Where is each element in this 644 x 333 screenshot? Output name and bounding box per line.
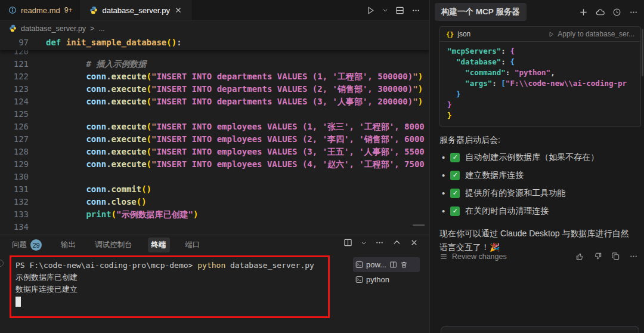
code-token: } — [447, 111, 452, 120]
terminal-icon — [355, 276, 363, 283]
more-actions-icon[interactable] — [375, 238, 384, 247]
code-line[interactable]: 127 conn.execute("INSERT INTO employees … — [0, 133, 429, 146]
list-icon — [439, 252, 448, 261]
code-token: . — [106, 147, 111, 156]
code-token: "示例数据库已创建" — [116, 209, 193, 219]
code-token — [447, 57, 456, 66]
panel-tab[interactable]: 问题29 — [8, 237, 45, 253]
code-token: def — [46, 38, 66, 47]
line-content: conn.execute("INSERT INTO employees VALU… — [46, 159, 425, 169]
breadcrumb-more[interactable]: ... — [98, 24, 104, 33]
vscode-window: readme.md 9+ database_server.py — [0, 0, 644, 333]
chat-section-heading: 服务器启动后会: — [439, 135, 634, 146]
code-line[interactable]: 134 — [0, 221, 429, 233]
code-line[interactable]: 132 conn.close() — [0, 196, 429, 208]
code-token: : — [177, 38, 181, 47]
history-icon[interactable] — [612, 8, 621, 17]
cloud-icon[interactable] — [596, 8, 605, 17]
code-block-header: {} json Apply to database_ser... — [440, 27, 640, 42]
terminal-cursor — [16, 297, 21, 307]
breadcrumb[interactable]: database_server.py > ... — [0, 21, 429, 36]
code-line[interactable]: 123 conn.execute("INSERT INTO department… — [0, 83, 429, 95]
thumbs-down-icon[interactable] — [593, 252, 602, 261]
more-actions-icon[interactable] — [629, 8, 638, 17]
code-line[interactable]: 97def init_sample_database(): — [0, 36, 429, 50]
bullet-dot: • — [442, 152, 445, 162]
code-token: INSERT INTO departments VALUES (3, '人事部'… — [156, 97, 413, 106]
chat-bullet-item: •✓建立数据库连接 — [442, 169, 644, 181]
panel-tab[interactable]: 端口 — [182, 238, 204, 252]
info-icon — [8, 6, 17, 14]
new-chat-icon[interactable] — [579, 8, 588, 17]
tab-database-server[interactable]: database_server.py — [81, 0, 191, 20]
maximize-panel-icon[interactable] — [392, 238, 401, 247]
panel-tab[interactable]: 终端 — [148, 238, 170, 252]
terminal[interactable]: PS F:\code-new\ai-coding-pro\mcp-demo> p… — [0, 255, 429, 333]
code-line[interactable]: 125 — [0, 108, 429, 121]
code-line[interactable]: 130 — [0, 171, 429, 183]
thumbs-up-icon[interactable] — [575, 252, 584, 261]
run-dropdown-chevron-icon[interactable] — [380, 5, 390, 15]
panel-tab[interactable]: 调试控制台 — [91, 238, 136, 252]
chat-paragraph: 现在你可以通过 Claude Desktop 与数据库进行自然语言交互了！🎉 — [439, 227, 636, 254]
panel-tab[interactable]: 输出 — [57, 238, 79, 252]
code-token: python — [197, 261, 225, 270]
code-token: database_server.py — [225, 261, 314, 270]
more-actions-icon[interactable] — [410, 4, 422, 17]
code-token — [46, 72, 86, 81]
apply-button[interactable]: Apply to database_ser... — [548, 30, 634, 38]
chat-bullet-item: •✓在关闭时自动清理连接 — [442, 205, 644, 217]
code-token: INSERT INTO employees VALUES (1, '张三', '… — [156, 122, 424, 131]
code-line[interactable]: 126 conn.execute("INSERT INTO employees … — [0, 121, 429, 133]
chat-input-box[interactable] — [441, 326, 639, 333]
chat-bullet-list: •✓自动创建示例数据库（如果不存在）•✓建立数据库连接•✓提供所有的资源和工具功… — [442, 151, 644, 217]
code-line[interactable]: 128 conn.execute("INSERT INTO employees … — [0, 146, 429, 158]
tab-readme[interactable]: readme.md 9+ — [0, 0, 81, 20]
kill-terminal-icon[interactable] — [400, 261, 408, 269]
code-token: " — [413, 84, 417, 94]
scrollbar-thumb[interactable] — [413, 224, 425, 226]
run-python-file-icon[interactable] — [364, 4, 377, 17]
code-line[interactable]: 121 # 插入示例数据 — [0, 58, 429, 70]
split-terminal-icon[interactable] — [389, 261, 397, 269]
code-token — [46, 97, 86, 106]
json-code-line: "database": { — [447, 57, 633, 67]
code-line[interactable]: 122 conn.execute("INSERT INTO department… — [0, 70, 429, 83]
tab-dirty-badge: 9+ — [64, 6, 73, 14]
terminal-list-item-powershell[interactable]: pow... — [353, 257, 420, 272]
breadcrumb-file[interactable]: database_server.py — [21, 24, 86, 33]
panel-dropdown-chevron-icon[interactable] — [361, 240, 367, 246]
review-changes-button[interactable]: Review changes — [439, 252, 507, 261]
panel-layout-icon[interactable] — [343, 238, 352, 247]
code-token: ( — [147, 72, 151, 81]
terminal-list-item-python[interactable]: python — [353, 272, 420, 287]
code-token: . — [106, 159, 111, 169]
json-code-lines[interactable]: "mcpServers": { "database": { "command":… — [440, 42, 640, 127]
chat-session-title[interactable]: 构建一个 MCP 服务器 — [435, 3, 527, 21]
chat-scrollbar-thumb[interactable] — [642, 29, 643, 76]
code-token — [46, 184, 86, 194]
code-token — [447, 68, 465, 77]
code-token: execute — [112, 134, 147, 144]
split-editor-icon[interactable] — [394, 4, 406, 17]
code-line[interactable]: 124 conn.execute("INSERT INTO department… — [0, 95, 429, 108]
terminal-line: 数据库连接已建立 — [16, 283, 314, 295]
command-decoration-icon[interactable] — [0, 260, 4, 267]
code-token: conn — [86, 184, 106, 194]
code-line[interactable]: 131 conn.commit() — [0, 183, 429, 196]
sticky-scroll-line[interactable]: 97def init_sample_database(): — [0, 36, 429, 50]
close-panel-icon[interactable] — [410, 238, 419, 247]
code-line[interactable]: 133 print("示例数据库已创建") — [0, 208, 429, 221]
code-line[interactable]: 129 conn.execute("INSERT INTO employees … — [0, 158, 429, 171]
code-editor[interactable]: 120121 # 插入示例数据122 conn.execute("INSERT … — [0, 36, 429, 235]
code-token: : — [506, 68, 515, 77]
line-number: 126 — [0, 121, 29, 133]
bullet-dot: • — [442, 188, 445, 198]
close-icon[interactable] — [174, 6, 182, 14]
more-actions-icon[interactable] — [629, 252, 638, 261]
copy-icon[interactable] — [611, 252, 620, 261]
code-token: INSERT INTO employees VALUES (2, '李四', '… — [156, 134, 424, 144]
code-token: INSERT INTO departments VALUES (2, '销售部'… — [156, 84, 413, 94]
code-token: execute — [112, 72, 147, 81]
code-token: () — [166, 38, 177, 47]
